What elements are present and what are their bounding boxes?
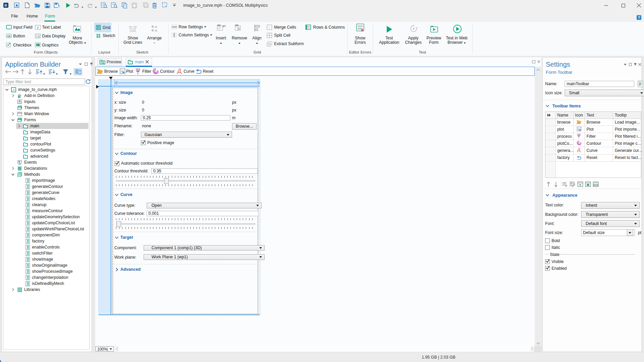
- svg-text:1.23: 1.23: [131, 29, 135, 31]
- svg-text:T: T: [37, 26, 39, 29]
- svg-text:OK: OK: [7, 35, 11, 37]
- svg-text:1.23: 1.23: [36, 36, 40, 38]
